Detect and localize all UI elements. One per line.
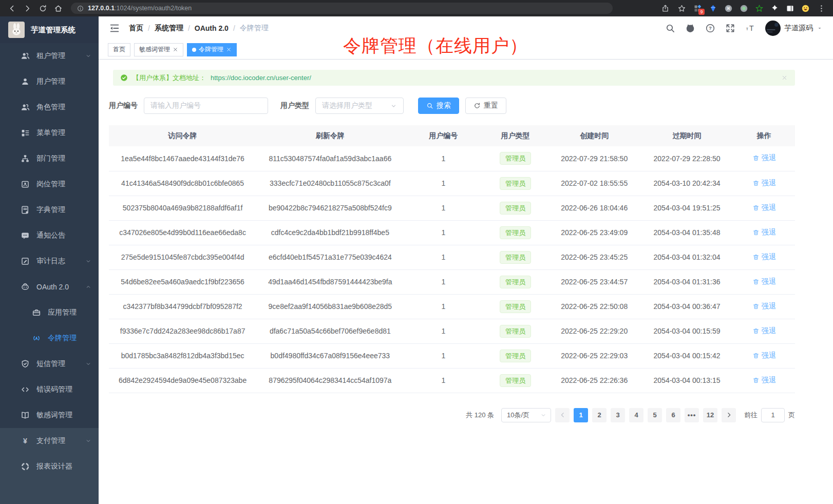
sidebar-item-pay[interactable]: ¥支付管理: [0, 428, 99, 454]
user-id-input[interactable]: 请输入用户编号: [144, 98, 268, 114]
refresh-token-cell: 811c530487574fa0af1a59d3abc1aa66: [256, 146, 404, 171]
force-logout-button[interactable]: 强退: [752, 153, 776, 163]
tab-sensitive[interactable]: 敏感词管理: [134, 43, 183, 56]
extension-sidepanel[interactable]: [784, 2, 796, 14]
app-logo[interactable]: 芋道管理系统: [0, 16, 99, 43]
sidebar-item-user[interactable]: 用户管理: [0, 69, 99, 94]
user-type-select[interactable]: 请选择用户类型: [315, 98, 404, 114]
sidebar-item-sms[interactable]: 短信管理: [0, 351, 99, 377]
extension-spark[interactable]: [768, 2, 781, 14]
extension-gem[interactable]: [707, 2, 719, 14]
svg-text:¥: ¥: [23, 437, 27, 445]
refresh-token-cell: dfa6c71a50a54c66bef706ef9e6e8d81: [256, 319, 404, 343]
force-logout-button[interactable]: 强退: [752, 203, 776, 212]
breadcrumb-item[interactable]: 首页: [129, 24, 143, 33]
extension-emoji[interactable]: [799, 2, 811, 14]
extension-adblock[interactable]: 9: [691, 2, 704, 14]
browser-menu-button[interactable]: [815, 2, 828, 15]
sidebar-item-report[interactable]: 报表设计器: [0, 454, 99, 479]
sidebar-item-dict[interactable]: 字典管理: [0, 197, 99, 223]
force-logout-button[interactable]: 强退: [752, 351, 776, 360]
user-type-badge: 管理员: [500, 300, 531, 313]
page-button-5[interactable]: 5: [648, 408, 662, 422]
force-logout-label: 强退: [762, 253, 776, 262]
help-icon[interactable]: ?: [705, 23, 715, 33]
browser-reload-button[interactable]: [36, 2, 49, 15]
svg-text:т: т: [746, 26, 749, 31]
tab-token[interactable]: 令牌管理: [187, 43, 237, 56]
page-button-1[interactable]: 1: [574, 408, 588, 422]
create-time-cell: 2022-06-25 22:26:36: [548, 368, 640, 393]
bookmark-button[interactable]: [675, 2, 688, 15]
force-logout-label: 强退: [762, 153, 776, 163]
tags-view-bar: 首页敏感词管理令牌管理: [99, 40, 833, 60]
page-button-4[interactable]: 4: [629, 408, 643, 422]
sidebar-item-menu[interactable]: 菜单管理: [0, 120, 99, 146]
action-cell: 强退: [733, 294, 795, 319]
force-logout-button[interactable]: 强退: [752, 326, 776, 336]
sidebar-item-role[interactable]: 角色管理: [0, 94, 99, 120]
report-pie-icon: [21, 462, 30, 471]
expire-time-cell: 2054-03-04 01:31:36: [640, 269, 733, 294]
goto-page-input[interactable]: [761, 408, 785, 422]
sidebar-item-tenant[interactable]: 租户管理: [0, 43, 99, 69]
sidebar-item-dept[interactable]: 部门管理: [0, 146, 99, 171]
extension-command[interactable]: ⌘: [722, 2, 734, 14]
sidebar-item-errcode[interactable]: 错误码管理: [0, 377, 99, 402]
sidebar-item-audit-log[interactable]: 审计日志: [0, 248, 99, 274]
force-logout-button[interactable]: 强退: [752, 376, 776, 385]
force-logout-button[interactable]: 强退: [752, 302, 776, 311]
sidebar-toggle-button[interactable]: [109, 23, 120, 34]
page-size-select[interactable]: 10条/页: [501, 408, 551, 422]
breadcrumb-item[interactable]: OAuth 2.0: [195, 24, 229, 32]
share-button[interactable]: [658, 2, 672, 15]
browser-home-button[interactable]: [51, 2, 65, 15]
next-page-button[interactable]: [722, 408, 736, 422]
search-button[interactable]: 搜索: [418, 98, 459, 114]
sidebar-item-sensitive[interactable]: 敏感词管理: [0, 402, 99, 428]
sidebar-bottom-section: ¥支付管理报表设计器: [0, 428, 99, 504]
browser-back-button[interactable]: [5, 2, 18, 15]
page-button-12[interactable]: 12: [703, 408, 717, 422]
force-logout-button[interactable]: 强退: [752, 228, 776, 237]
tab-home[interactable]: 首页: [108, 43, 130, 56]
search-icon[interactable]: [665, 23, 675, 33]
github-icon[interactable]: [685, 23, 695, 33]
page-button-2[interactable]: 2: [592, 408, 607, 422]
browser-forward-button[interactable]: [21, 2, 34, 15]
site-info-icon[interactable]: [77, 5, 84, 12]
page-button-6[interactable]: 6: [666, 408, 680, 422]
svg-text:?: ?: [709, 25, 712, 31]
sidebar-item-post[interactable]: 岗位管理: [0, 171, 99, 197]
font-size-icon[interactable]: тT: [745, 23, 755, 33]
chevron-down-icon: [817, 25, 823, 31]
doc-link[interactable]: https://doc.iocoder.cn/user-center/: [211, 74, 311, 82]
sidebar-item-oauth2[interactable]: OAuth 2.0: [0, 274, 99, 300]
reset-button[interactable]: 重置: [465, 98, 506, 114]
alert-close-icon[interactable]: [781, 74, 788, 81]
top-navbar: 首页/系统管理/OAuth 2.0/令牌管理 ? тT 芋道源码: [99, 16, 833, 40]
tab-close-icon[interactable]: [226, 47, 232, 52]
user-type-cell: 管理员: [483, 220, 548, 245]
force-logout-button[interactable]: 强退: [752, 253, 776, 262]
extension-evernote[interactable]: [753, 2, 765, 14]
breadcrumb-item[interactable]: 系统管理: [155, 24, 183, 33]
extension-recorder[interactable]: [737, 2, 750, 14]
address-bar[interactable]: 127.0.0.1:1024/system/oauth2/token: [71, 3, 613, 14]
sidebar-item-oauth2-app[interactable]: 应用管理: [0, 300, 99, 325]
prev-page-button[interactable]: [555, 408, 570, 422]
tab-close-icon[interactable]: [173, 47, 178, 52]
user-id-cell: 1: [404, 245, 483, 269]
force-logout-button[interactable]: 强退: [752, 179, 776, 188]
pager-more-button[interactable]: •••: [685, 408, 699, 422]
fullscreen-icon[interactable]: [725, 23, 735, 33]
expire-time-cell: 2054-03-04 00:15:42: [640, 343, 733, 368]
sidebar-item-notice[interactable]: 通知公告: [0, 223, 99, 248]
sidebar-item-oauth2-token[interactable]: 令牌管理: [0, 325, 99, 351]
create-time-cell: 2022-06-26 18:04:46: [548, 196, 640, 220]
user-dropdown[interactable]: 芋道源码: [765, 21, 823, 36]
page-button-3[interactable]: 3: [611, 408, 625, 422]
user-id-cell: 1: [404, 319, 483, 343]
create-time-cell: 2022-06-25 23:44:57: [548, 269, 640, 294]
force-logout-button[interactable]: 强退: [752, 277, 776, 286]
